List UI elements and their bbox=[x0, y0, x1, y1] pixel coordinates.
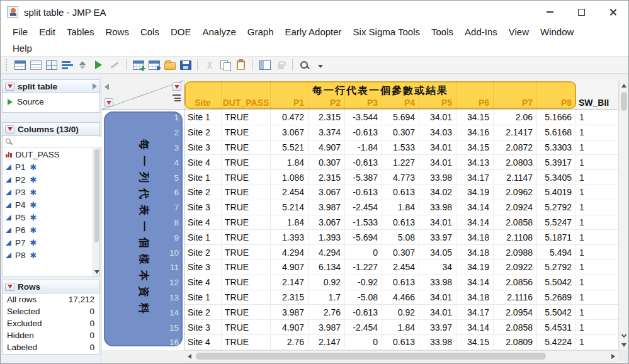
row-number[interactable]: 12 bbox=[102, 275, 184, 290]
cell[interactable]: 1 bbox=[576, 320, 620, 335]
cell[interactable]: Site 3 bbox=[184, 140, 222, 156]
cell[interactable]: 2.0856 bbox=[494, 275, 537, 290]
row-number[interactable]: 11 bbox=[102, 260, 184, 275]
cell[interactable]: 5.6168 bbox=[537, 125, 576, 140]
cell[interactable]: 33.98 bbox=[419, 275, 456, 290]
cell[interactable]: 2.0858 bbox=[494, 320, 537, 335]
cell[interactable]: 1 bbox=[576, 230, 620, 245]
cell[interactable]: Site 1 bbox=[184, 290, 222, 305]
cell[interactable]: 34.14 bbox=[456, 215, 494, 230]
row-number[interactable]: 5 bbox=[102, 170, 184, 185]
menu-item-graph[interactable]: Graph bbox=[242, 26, 280, 37]
cell[interactable]: -5.387 bbox=[345, 170, 382, 185]
cell[interactable]: 1 bbox=[576, 245, 620, 260]
collapse-sidebar-icon[interactable] bbox=[105, 84, 109, 90]
column-header-p2[interactable]: P2 bbox=[309, 81, 345, 110]
cell[interactable]: 34.19 bbox=[456, 185, 494, 200]
panel-expand-icon[interactable] bbox=[93, 83, 97, 89]
cell[interactable]: 2.147 bbox=[309, 335, 345, 350]
cell[interactable]: 1.84 bbox=[271, 155, 309, 170]
cell[interactable]: TRUE bbox=[222, 335, 271, 350]
cell[interactable]: 1 bbox=[576, 335, 620, 350]
cell[interactable]: 5.4019 bbox=[537, 185, 576, 200]
cell[interactable]: Site 2 bbox=[184, 305, 222, 320]
cell[interactable]: 1.84 bbox=[271, 215, 309, 230]
cell[interactable]: 5.494 bbox=[537, 245, 576, 260]
cell[interactable]: 1.84 bbox=[382, 320, 419, 335]
column-header-p4[interactable]: P4 bbox=[382, 81, 419, 110]
cell[interactable]: 34.01 bbox=[419, 140, 456, 156]
cell[interactable]: 2.315 bbox=[309, 110, 345, 125]
cell[interactable]: 5.4224 bbox=[537, 335, 576, 350]
column-item-p5[interactable]: P5✱ bbox=[3, 211, 99, 224]
cell[interactable]: 4.466 bbox=[382, 290, 419, 305]
cell[interactable]: 34.03 bbox=[419, 125, 456, 140]
cell[interactable]: TRUE bbox=[222, 290, 271, 305]
rows-stat-labeled[interactable]: Labeled0 bbox=[3, 341, 99, 353]
cell[interactable]: 0.472 bbox=[271, 110, 309, 125]
cell[interactable]: 34.01 bbox=[419, 290, 456, 305]
cell[interactable]: 5.5042 bbox=[537, 275, 576, 290]
cell[interactable]: 1 bbox=[576, 185, 620, 200]
new-journal-button[interactable] bbox=[28, 57, 43, 72]
cell[interactable]: TRUE bbox=[222, 260, 271, 275]
window-layout-button[interactable] bbox=[43, 57, 59, 72]
cell[interactable]: -0.613 bbox=[345, 125, 382, 140]
column-item-p3[interactable]: P3✱ bbox=[3, 186, 99, 198]
horizontal-scroll-thumb[interactable] bbox=[196, 353, 546, 360]
cell[interactable]: 6.134 bbox=[309, 260, 345, 275]
cell[interactable]: Site 2 bbox=[184, 245, 222, 260]
column-header-p5[interactable]: P5 bbox=[419, 81, 456, 110]
cell[interactable]: 2.1108 bbox=[494, 230, 537, 245]
cell[interactable]: 34.02 bbox=[419, 185, 456, 200]
cell[interactable]: -1.227 bbox=[345, 260, 382, 275]
scroll-left-icon[interactable] bbox=[188, 354, 191, 359]
move-rows-button[interactable] bbox=[146, 57, 162, 72]
cell[interactable]: 4.907 bbox=[271, 260, 309, 275]
cell[interactable]: 0.307 bbox=[309, 155, 345, 170]
cell[interactable]: Site 1 bbox=[184, 170, 222, 185]
cell[interactable]: 1 bbox=[576, 140, 620, 156]
menu-item-tools[interactable]: Tools bbox=[426, 26, 459, 37]
cell[interactable]: 34.18 bbox=[456, 245, 494, 260]
cell[interactable]: 34.01 bbox=[419, 305, 456, 320]
row-number[interactable]: 16 bbox=[102, 335, 184, 350]
cell[interactable]: Site 2 bbox=[184, 185, 222, 200]
cell[interactable]: Site 1 bbox=[184, 230, 222, 245]
source-script-item[interactable]: Source bbox=[3, 93, 99, 110]
cell[interactable]: 1 bbox=[576, 125, 620, 140]
row-number[interactable]: 2 bbox=[102, 125, 184, 140]
cell[interactable]: 2.0922 bbox=[494, 260, 537, 275]
cell[interactable]: 34.14 bbox=[456, 320, 494, 335]
horizontal-scrollbar[interactable] bbox=[184, 350, 618, 361]
cell[interactable]: -5.694 bbox=[345, 230, 382, 245]
column-item-p8[interactable]: P8✱ bbox=[3, 249, 99, 261]
column-header-p6[interactable]: P6 bbox=[456, 81, 494, 110]
cell[interactable]: 34.05 bbox=[419, 245, 456, 260]
cell[interactable]: 2.0803 bbox=[494, 155, 537, 170]
new-data-table-button[interactable] bbox=[12, 57, 28, 72]
cell[interactable]: 1 bbox=[576, 260, 620, 275]
cell[interactable]: 0 bbox=[345, 245, 382, 260]
cell[interactable]: -0.92 bbox=[345, 275, 382, 290]
cell[interactable]: 34.01 bbox=[419, 155, 456, 170]
cell[interactable]: 5.521 bbox=[271, 140, 309, 156]
column-item-p6[interactable]: P6✱ bbox=[3, 224, 99, 236]
cell[interactable]: TRUE bbox=[222, 125, 271, 140]
menu-item-six-sigma-tools[interactable]: Six Sigma Tools bbox=[348, 26, 426, 37]
cell[interactable]: 2.1417 bbox=[494, 125, 537, 140]
cell[interactable]: 5.2792 bbox=[537, 260, 576, 275]
cell[interactable]: TRUE bbox=[222, 170, 271, 185]
cell[interactable]: 2.1147 bbox=[494, 170, 537, 185]
minimize-button[interactable] bbox=[534, 1, 565, 23]
cell[interactable]: 0.613 bbox=[382, 215, 419, 230]
cell[interactable]: 5.2792 bbox=[537, 200, 576, 215]
column-item-p2[interactable]: P2✱ bbox=[3, 173, 99, 186]
vertical-scroll-thumb[interactable] bbox=[621, 92, 627, 111]
cell[interactable]: 2.1116 bbox=[494, 290, 537, 305]
cell[interactable]: 1 bbox=[576, 110, 620, 125]
cell[interactable]: Site 4 bbox=[184, 155, 222, 170]
cell[interactable]: 33.97 bbox=[419, 230, 456, 245]
column-header-p7[interactable]: P7 bbox=[494, 81, 537, 110]
cell[interactable]: -3.544 bbox=[345, 110, 382, 125]
